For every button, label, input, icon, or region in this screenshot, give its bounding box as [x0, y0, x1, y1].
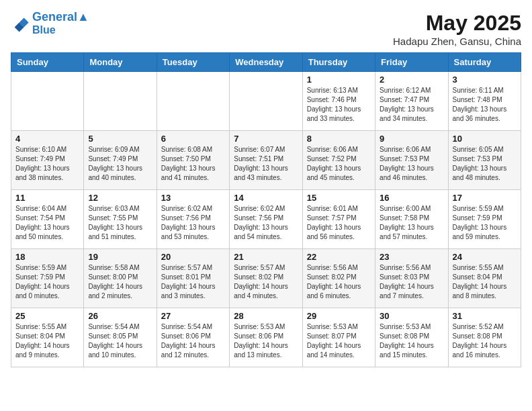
- day-info: Sunrise: 5:54 AM Sunset: 8:06 PM Dayligh…: [161, 322, 225, 360]
- calendar-cell: 22Sunrise: 5:56 AM Sunset: 8:02 PM Dayli…: [302, 249, 375, 308]
- day-info: Sunrise: 5:53 AM Sunset: 8:07 PM Dayligh…: [307, 322, 371, 360]
- day-info: Sunrise: 5:59 AM Sunset: 7:59 PM Dayligh…: [453, 204, 517, 242]
- calendar-cell: 24Sunrise: 5:55 AM Sunset: 8:04 PM Dayli…: [448, 249, 521, 308]
- day-info: Sunrise: 6:13 AM Sunset: 7:46 PM Dayligh…: [307, 86, 371, 124]
- calendar-cell: 4Sunrise: 6:10 AM Sunset: 7:49 PM Daylig…: [11, 131, 84, 190]
- day-number: 9: [380, 134, 443, 144]
- calendar-cell: [230, 72, 302, 131]
- calendar-cell: 19Sunrise: 5:58 AM Sunset: 8:00 PM Dayli…: [84, 249, 157, 308]
- calendar-cell: 25Sunrise: 5:55 AM Sunset: 8:04 PM Dayli…: [11, 308, 84, 367]
- day-number: 28: [234, 311, 298, 321]
- logo-line2: Blue: [32, 24, 89, 36]
- calendar-cell: 26Sunrise: 5:54 AM Sunset: 8:05 PM Dayli…: [84, 308, 157, 367]
- day-info: Sunrise: 6:06 AM Sunset: 7:52 PM Dayligh…: [307, 145, 371, 183]
- calendar-cell: 10Sunrise: 6:05 AM Sunset: 7:53 PM Dayli…: [448, 131, 521, 190]
- day-number: 14: [234, 193, 298, 203]
- week-row-2: 11Sunrise: 6:04 AM Sunset: 7:54 PM Dayli…: [11, 190, 521, 249]
- title-area: May 2025 Hadapu Zhen, Gansu, China: [393, 11, 521, 47]
- day-number: 30: [380, 311, 443, 321]
- day-number: 20: [161, 252, 225, 262]
- calendar-cell: 15Sunrise: 6:01 AM Sunset: 7:57 PM Dayli…: [302, 190, 375, 249]
- day-number: 11: [15, 193, 79, 203]
- calendar-cell: 12Sunrise: 6:03 AM Sunset: 7:55 PM Dayli…: [84, 190, 157, 249]
- day-info: Sunrise: 6:01 AM Sunset: 7:57 PM Dayligh…: [307, 204, 371, 242]
- calendar-cell: 30Sunrise: 5:53 AM Sunset: 8:08 PM Dayli…: [375, 308, 448, 367]
- calendar-cell: 27Sunrise: 5:54 AM Sunset: 8:06 PM Dayli…: [157, 308, 229, 367]
- day-info: Sunrise: 6:02 AM Sunset: 7:56 PM Dayligh…: [161, 204, 225, 242]
- day-info: Sunrise: 6:02 AM Sunset: 7:56 PM Dayligh…: [234, 204, 298, 242]
- calendar-cell: [84, 72, 157, 131]
- week-row-1: 4Sunrise: 6:10 AM Sunset: 7:49 PM Daylig…: [11, 131, 521, 190]
- logo-text: General▲ Blue: [32, 11, 89, 36]
- day-info: Sunrise: 6:09 AM Sunset: 7:49 PM Dayligh…: [88, 145, 152, 183]
- day-info: Sunrise: 6:12 AM Sunset: 7:47 PM Dayligh…: [380, 86, 443, 124]
- logo-line1: General: [32, 10, 77, 24]
- header-wednesday: Wednesday: [230, 53, 302, 72]
- week-row-4: 25Sunrise: 5:55 AM Sunset: 8:04 PM Dayli…: [11, 308, 521, 367]
- calendar-cell: 29Sunrise: 5:53 AM Sunset: 8:07 PM Dayli…: [302, 308, 375, 367]
- calendar-cell: 11Sunrise: 6:04 AM Sunset: 7:54 PM Dayli…: [11, 190, 84, 249]
- day-info: Sunrise: 5:59 AM Sunset: 7:59 PM Dayligh…: [15, 263, 79, 301]
- day-number: 29: [307, 311, 371, 321]
- day-info: Sunrise: 5:54 AM Sunset: 8:05 PM Dayligh…: [88, 322, 152, 360]
- logo: General▲ Blue: [11, 11, 89, 36]
- header-saturday: Saturday: [448, 53, 521, 72]
- day-info: Sunrise: 6:11 AM Sunset: 7:48 PM Dayligh…: [453, 86, 517, 124]
- calendar-cell: 18Sunrise: 5:59 AM Sunset: 7:59 PM Dayli…: [11, 249, 84, 308]
- calendar-cell: [11, 72, 84, 131]
- day-info: Sunrise: 6:00 AM Sunset: 7:58 PM Dayligh…: [380, 204, 443, 242]
- day-number: 3: [453, 75, 517, 85]
- calendar-cell: 1Sunrise: 6:13 AM Sunset: 7:46 PM Daylig…: [302, 72, 375, 131]
- day-number: 7: [234, 134, 298, 144]
- day-number: 18: [15, 252, 79, 262]
- day-number: 10: [453, 134, 517, 144]
- day-info: Sunrise: 6:10 AM Sunset: 7:49 PM Dayligh…: [15, 145, 79, 183]
- day-info: Sunrise: 6:07 AM Sunset: 7:51 PM Dayligh…: [234, 145, 298, 183]
- day-info: Sunrise: 5:53 AM Sunset: 8:06 PM Dayligh…: [234, 322, 298, 360]
- day-info: Sunrise: 5:55 AM Sunset: 8:04 PM Dayligh…: [453, 263, 517, 301]
- calendar-cell: 21Sunrise: 5:57 AM Sunset: 8:02 PM Dayli…: [230, 249, 302, 308]
- calendar-cell: 9Sunrise: 6:06 AM Sunset: 7:53 PM Daylig…: [375, 131, 448, 190]
- day-number: 22: [307, 252, 371, 262]
- day-number: 26: [88, 311, 152, 321]
- calendar-cell: [157, 72, 229, 131]
- header-tuesday: Tuesday: [157, 53, 229, 72]
- day-number: 5: [88, 134, 152, 144]
- calendar-cell: 23Sunrise: 5:56 AM Sunset: 8:03 PM Dayli…: [375, 249, 448, 308]
- day-info: Sunrise: 5:52 AM Sunset: 8:08 PM Dayligh…: [453, 322, 517, 360]
- day-info: Sunrise: 6:04 AM Sunset: 7:54 PM Dayligh…: [15, 204, 79, 242]
- calendar-cell: 5Sunrise: 6:09 AM Sunset: 7:49 PM Daylig…: [84, 131, 157, 190]
- day-number: 19: [88, 252, 152, 262]
- day-info: Sunrise: 5:55 AM Sunset: 8:04 PM Dayligh…: [15, 322, 79, 360]
- logo-icon: [11, 14, 30, 33]
- day-info: Sunrise: 6:06 AM Sunset: 7:53 PM Dayligh…: [380, 145, 443, 183]
- day-info: Sunrise: 5:57 AM Sunset: 8:02 PM Dayligh…: [234, 263, 298, 301]
- week-row-3: 18Sunrise: 5:59 AM Sunset: 7:59 PM Dayli…: [11, 249, 521, 308]
- day-number: 21: [234, 252, 298, 262]
- day-number: 8: [307, 134, 371, 144]
- header-sunday: Sunday: [11, 53, 84, 72]
- day-number: 23: [380, 252, 443, 262]
- calendar-cell: 20Sunrise: 5:57 AM Sunset: 8:01 PM Dayli…: [157, 249, 229, 308]
- calendar-cell: 31Sunrise: 5:52 AM Sunset: 8:08 PM Dayli…: [448, 308, 521, 367]
- calendar-cell: 6Sunrise: 6:08 AM Sunset: 7:50 PM Daylig…: [157, 131, 229, 190]
- calendar-cell: 17Sunrise: 5:59 AM Sunset: 7:59 PM Dayli…: [448, 190, 521, 249]
- calendar-cell: 3Sunrise: 6:11 AM Sunset: 7:48 PM Daylig…: [448, 72, 521, 131]
- day-number: 16: [380, 193, 443, 203]
- day-number: 2: [380, 75, 443, 85]
- calendar-cell: 7Sunrise: 6:07 AM Sunset: 7:51 PM Daylig…: [230, 131, 302, 190]
- day-info: Sunrise: 5:53 AM Sunset: 8:08 PM Dayligh…: [380, 322, 443, 360]
- calendar-cell: 13Sunrise: 6:02 AM Sunset: 7:56 PM Dayli…: [157, 190, 229, 249]
- page-header: General▲ Blue May 2025 Hadapu Zhen, Gans…: [11, 11, 521, 47]
- header-thursday: Thursday: [302, 53, 375, 72]
- calendar-header-row: SundayMondayTuesdayWednesdayThursdayFrid…: [11, 53, 521, 72]
- day-info: Sunrise: 5:56 AM Sunset: 8:02 PM Dayligh…: [307, 263, 371, 301]
- day-number: 15: [307, 193, 371, 203]
- day-number: 17: [453, 193, 517, 203]
- calendar-table: SundayMondayTuesdayWednesdayThursdayFrid…: [11, 52, 521, 367]
- calendar-cell: 14Sunrise: 6:02 AM Sunset: 7:56 PM Dayli…: [230, 190, 302, 249]
- header-friday: Friday: [375, 53, 448, 72]
- day-info: Sunrise: 6:03 AM Sunset: 7:55 PM Dayligh…: [88, 204, 152, 242]
- week-row-0: 1Sunrise: 6:13 AM Sunset: 7:46 PM Daylig…: [11, 72, 521, 131]
- day-info: Sunrise: 5:58 AM Sunset: 8:00 PM Dayligh…: [88, 263, 152, 301]
